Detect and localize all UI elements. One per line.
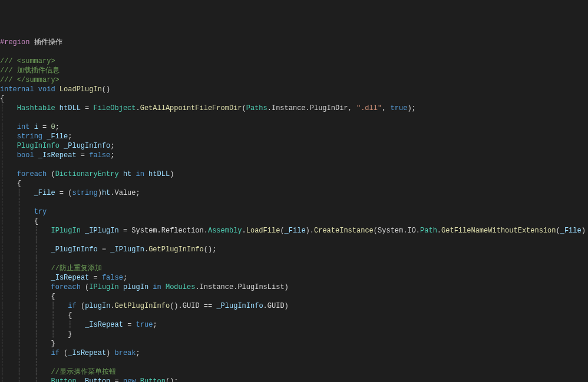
code-token: (); [166, 377, 179, 382]
code-line[interactable]: ┆ [0, 113, 588, 122]
code-token: 0 [51, 123, 55, 131]
code-line[interactable] [0, 47, 588, 57]
code-token: //防止重复添加 [51, 264, 101, 273]
code-token: //显示操作菜单按钮 [51, 368, 115, 376]
code-line[interactable]: ┆ ┆ ┆ //防止重复添加 [0, 264, 588, 273]
code-line[interactable]: ┆ PlugInInfo _PlugInInfo; [0, 141, 588, 151]
code-line[interactable]: ┆ ┆ ┆ } [0, 339, 588, 348]
code-token: ; [136, 349, 140, 357]
code-token: break [115, 349, 136, 357]
code-token: LoadFile [246, 227, 280, 235]
code-line[interactable]: ┆ ┆ try [0, 207, 588, 217]
code-token: _File [47, 132, 68, 141]
code-token [119, 283, 123, 291]
code-token: internal [0, 85, 34, 94]
code-line[interactable]: ┆ ┆ ┆ ┆ } [0, 330, 588, 339]
code-line[interactable]: ┆ ┆ ┆ [0, 235, 588, 245]
code-line[interactable]: ┆ int i = 0; [0, 122, 588, 132]
code-line[interactable]: ┆ ┆ { [0, 217, 588, 226]
code-token: GetPlugInInfo [148, 245, 204, 254]
code-token: ); [407, 104, 415, 112]
code-token: in [136, 170, 144, 178]
code-token: try [34, 208, 47, 216]
code-token: .GUID) [263, 302, 289, 310]
code-token: = ( [55, 189, 72, 197]
code-token: ) [106, 349, 114, 357]
code-line[interactable]: ┆ ┆ [0, 198, 588, 207]
code-token: Assembly [208, 227, 242, 235]
code-line[interactable]: /// </summary> [0, 75, 588, 85]
code-token: htDLL [148, 170, 170, 178]
code-line[interactable]: ┆ ┆ ┆ _IsRepeat = false; [0, 273, 588, 283]
code-token [77, 377, 81, 382]
code-line[interactable]: ┆ ┆ ┆ [0, 358, 588, 367]
code-token: . [242, 227, 246, 235]
code-token: () [102, 85, 110, 94]
code-line[interactable]: /// <summary> [0, 57, 588, 66]
code-line[interactable]: ┆ ┆ ┆ Button _Button = new Button(); [0, 377, 588, 382]
code-line[interactable]: { [0, 94, 588, 104]
code-token: htDLL [60, 104, 81, 112]
code-token: Paths [246, 104, 267, 112]
code-token: ; [153, 321, 157, 329]
code-editor[interactable]: #region 插件操作 /// <summary>/// 加载插件信息/// … [0, 38, 588, 382]
code-token: , [382, 104, 390, 112]
code-token: _File [285, 227, 306, 235]
code-token: 插件操作 [29, 38, 62, 46]
code-line[interactable]: ┆ ┆ ┆ ┆ { [0, 311, 588, 320]
code-token [131, 170, 136, 178]
code-line[interactable]: ┆ ┆ ┆ ┆ ┆ _IsRepeat = true; [0, 320, 588, 330]
code-token: ( [77, 302, 85, 310]
code-line[interactable]: internal void LoadPlugIn() [0, 85, 588, 94]
code-token: . [110, 302, 114, 310]
code-token: ht [123, 170, 131, 178]
code-token: Path [420, 227, 437, 235]
code-token: IPlugIn [89, 283, 118, 291]
code-token: plugIn [123, 283, 148, 291]
code-token: bool [17, 151, 34, 160]
code-token: /// 加载插件信息 [0, 67, 60, 75]
code-line[interactable]: ┆ ┆ ┆ [0, 254, 588, 264]
code-token [119, 170, 123, 178]
code-token: = [77, 151, 90, 160]
code-line[interactable]: ┆ ┆ ┆ //显示操作菜单按钮 [0, 367, 588, 377]
code-token: FileObject [93, 104, 136, 112]
code-token: false [89, 151, 110, 160]
code-token: = [81, 104, 94, 112]
code-token: GetAllAppointFileFromDir [140, 104, 242, 112]
code-line[interactable]: ┆ ┆ ┆ { [0, 292, 588, 301]
code-token: { [68, 311, 72, 320]
code-line[interactable]: ┆ ┆ ┆ _PlugInInfo = _IPlugIn.GetPlugInIn… [0, 245, 588, 254]
code-line[interactable]: ┆ bool _IsRepeat = false; [0, 151, 588, 160]
code-token: #region [0, 38, 29, 46]
code-line[interactable]: ┆ ┆ ┆ if (_IsRepeat) break; [0, 348, 588, 358]
code-token: { [34, 217, 38, 225]
code-line[interactable]: ┆ [0, 160, 588, 170]
code-token: Hashtable [17, 104, 55, 112]
code-token: GetFileNameWithoutExtension [441, 227, 556, 235]
code-token [136, 377, 140, 382]
code-token: /// <summary> [0, 57, 55, 65]
code-line[interactable]: ┆ ┆ ┆ IPlugIn _IPlugIn = System.Reflecti… [0, 226, 588, 235]
code-token: ; [110, 142, 114, 150]
code-token: ( [556, 227, 560, 235]
code-token: ht [102, 189, 110, 197]
code-token: int [17, 123, 30, 131]
code-token: ; [55, 123, 60, 131]
code-line[interactable]: ┆ { [0, 179, 588, 188]
code-line[interactable]: ┆ ┆ _File = (string)ht.Value; [0, 188, 588, 198]
code-line[interactable]: #region 插件操作 [0, 38, 588, 47]
code-token: ".dll" [356, 104, 382, 112]
code-line[interactable]: ┆ Hashtable htDLL = FileObject.GetAllApp… [0, 104, 588, 113]
code-line[interactable]: ┆ string _File; [0, 132, 588, 141]
code-line[interactable]: ┆ foreach (DictionaryEntry ht in htDLL) [0, 170, 588, 179]
code-token: GetPlugInInfo [115, 302, 170, 310]
code-token: foreach [17, 170, 47, 178]
code-line[interactable]: /// 加载插件信息 [0, 66, 588, 75]
code-token: } [51, 340, 55, 348]
code-token: _Button [81, 377, 110, 382]
code-token: = [89, 274, 102, 282]
code-token: ( [280, 227, 284, 235]
code-line[interactable]: ┆ ┆ ┆ foreach (IPlugIn plugIn in Modules… [0, 283, 588, 292]
code-line[interactable]: ┆ ┆ ┆ ┆ if (plugIn.GetPlugInInfo().GUID … [0, 301, 588, 311]
